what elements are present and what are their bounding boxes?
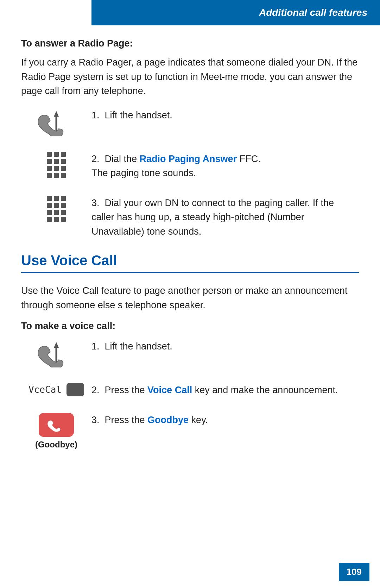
svg-marker-3 — [54, 342, 59, 348]
goodbye-label: (Goodbye) — [35, 440, 77, 450]
handset-icon-1 — [21, 107, 91, 136]
radio-step-1-text: 1. Lift the handset. — [91, 107, 359, 123]
goodbye-button-image — [39, 413, 74, 437]
voice-call-section: Use Voice Call Use the Voice Call featur… — [21, 253, 359, 450]
header-bar: Additional call features — [91, 0, 380, 25]
voice-step-1: 1. Lift the handset. — [21, 338, 359, 367]
vcecall-button-image — [66, 383, 84, 396]
voice-call-intro: Use the Voice Call feature to page anoth… — [21, 284, 359, 312]
voice-step-3: (Goodbye) 3. Press the Goodbye key. — [21, 411, 359, 450]
svg-marker-1 — [54, 111, 59, 117]
voice-call-link: Voice Call — [147, 385, 192, 395]
page-number: 109 — [339, 563, 369, 581]
handset-icon-2 — [21, 338, 91, 367]
main-content: To answer a Radio Page: If you carry a R… — [21, 25, 359, 464]
radio-step-3-text: 3. Dial your own DN to connect to the pa… — [91, 194, 359, 239]
keypad-icon-2 — [21, 194, 91, 222]
voice-step-1-text: 1. Lift the handset. — [91, 338, 359, 354]
radio-paging-answer-link: Radio Paging Answer — [140, 154, 237, 164]
voice-step-3-text: 3. Press the Goodbye key. — [91, 411, 359, 427]
voice-step-2-text: 2. Press the Voice Call key and make the… — [91, 382, 359, 397]
voice-step-2: VceCal 2. Press the Voice Call key and m… — [21, 382, 359, 397]
vcecall-label: VceCal — [28, 384, 62, 395]
radio-step-2-text: 2. Dial the Radio Paging Answer FFC.The … — [91, 150, 359, 180]
keypad-icon-1 — [21, 150, 91, 178]
radio-page-steps: 1. Lift the handset. 2. Dial the Radio P… — [21, 107, 359, 239]
radio-page-section: To answer a Radio Page: If you carry a R… — [21, 38, 359, 239]
voice-call-title: Use Voice Call — [21, 253, 359, 273]
voice-call-heading: To make a voice call: — [21, 321, 359, 332]
header-title: Additional call features — [259, 7, 367, 18]
radio-page-heading: To answer a Radio Page: — [21, 38, 359, 49]
vcecall-icon: VceCal — [21, 382, 91, 396]
radio-page-intro: If you carry a Radio Pager, a page indic… — [21, 55, 359, 98]
goodbye-icon-area: (Goodbye) — [21, 411, 91, 450]
voice-call-steps: 1. Lift the handset. VceCal 2. Press the… — [21, 338, 359, 450]
radio-step-2: 2. Dial the Radio Paging Answer FFC.The … — [21, 150, 359, 180]
radio-step-3: 3. Dial your own DN to connect to the pa… — [21, 194, 359, 239]
radio-step-1: 1. Lift the handset. — [21, 107, 359, 136]
goodbye-link: Goodbye — [147, 415, 189, 425]
